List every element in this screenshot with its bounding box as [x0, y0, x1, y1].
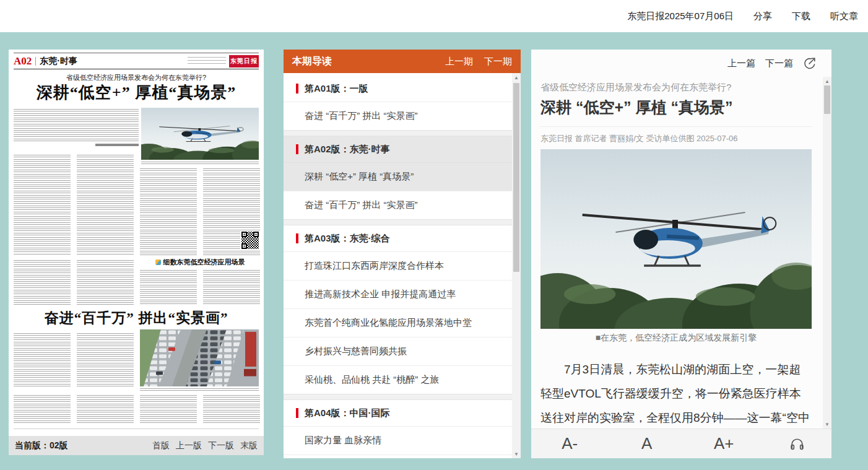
nav-article-link[interactable]: 中国人民抗日战争 纪念馆将恢复开放	[284, 455, 512, 458]
section-divider	[284, 219, 512, 225]
article-photo	[540, 149, 812, 329]
page-meta-lines	[188, 57, 226, 66]
nav-article-link[interactable]: 东莞首个纯商业化氢能应用场景落地中堂	[284, 308, 512, 337]
nav-article-link[interactable]: 推进高新技术企业 申报并提高通过率	[284, 280, 512, 308]
article-kicker: 省级低空经济应用场景发布会为何在东莞举行?	[540, 82, 812, 94]
text-column	[77, 155, 134, 255]
article-photo-caption: ■在东莞，低空经济正成为区域发展新引擎	[540, 333, 812, 344]
scroll-down-arrow-icon[interactable]: ▼	[823, 420, 831, 429]
section-label: 第A01版：一版	[305, 83, 368, 95]
article-scrollbar[interactable]: ▲ ▼	[823, 77, 831, 429]
nav-section: 第A03版：东莞·综合打造珠江口东西两岸深度合作样本推进高新技术企业 申报并提高…	[284, 225, 512, 394]
nav-scrollbar-thumb[interactable]	[513, 83, 519, 272]
article-reader-panel: 上一篇 下一篇 省级低空经济应用场景发布会为何在东莞举行? 深耕 “低空+” 厚…	[531, 50, 831, 458]
section-divider	[284, 130, 512, 136]
header-divider	[35, 57, 36, 66]
listen-article-button[interactable]: 听文章	[830, 11, 858, 22]
section-red-bar	[296, 144, 298, 154]
page-navigation-bar: 当前版：02版 首版 上一版 下一版 末版	[9, 436, 264, 455]
current-page-label: 当前版：02版	[15, 440, 68, 451]
page-nav-links: 首版 上一版 下一版 末版	[152, 440, 258, 451]
nav-article-link[interactable]: 深耕 “低空+” 厚植 “真场景”	[284, 162, 512, 191]
nav-article-link[interactable]: 国家力量 血脉亲情	[284, 426, 512, 455]
text-column	[140, 395, 197, 424]
issue-guide-title: 本期导读	[292, 55, 332, 68]
section-label: 第A04版：中国·国际	[305, 407, 390, 419]
newspaper-page-header: A02 东莞·时事 东莞日报	[14, 53, 259, 69]
font-larger-button[interactable]: A+	[711, 434, 736, 453]
text-column	[77, 395, 134, 424]
article-toolbar: A- A A+	[531, 429, 831, 458]
nav-section: 第A02版：东莞·时事深耕 “低空+” 厚植 “真场景”奋进 “百千万” 拼出 …	[284, 136, 512, 219]
page-section-label: 东莞·时事	[40, 56, 77, 67]
issue-guide-header: 本期导读 上一期 下一期	[284, 50, 521, 73]
issue-guide-list: 第A01版：一版奋进 “百千万” 拼出 “实景画”第A02版：东莞·时事深耕 “…	[284, 73, 512, 458]
page-number-label: A02	[14, 55, 32, 67]
thumb-headline-kicker: 省级低空经济应用场景发布会为何在东莞举行?	[9, 73, 264, 82]
section-label: 第A03版：东莞·综合	[305, 233, 390, 245]
first-page-link[interactable]: 首版	[152, 440, 170, 451]
top-bar: 东莞日报2025年07月06日 分享 下载 听文章	[0, 0, 868, 32]
nav-section-header: 第A03版：东莞·综合	[284, 225, 512, 251]
text-column	[203, 270, 260, 305]
photo-caption-line	[140, 388, 259, 391]
issue-guide-panel: 本期导读 上一期 下一期 第A01版：一版奋进 “百千万” 拼出 “实景画”第A…	[284, 50, 521, 458]
paper-date-label: 东莞日报2025年07月06日	[627, 11, 734, 22]
page-bottom-rule	[14, 429, 259, 429]
prev-article-link[interactable]: 上一篇	[727, 58, 755, 69]
masthead-logo: 东莞日报	[229, 55, 259, 67]
issue-nav-links: 上一期 下一期	[445, 56, 512, 67]
section-label: 第A02版：东莞·时事	[305, 144, 390, 155]
text-column	[14, 260, 71, 305]
photo-caption-line	[141, 162, 259, 164]
text-column	[14, 333, 71, 388]
article-title: 深耕 “低空+” 厚植 “真场景”	[540, 97, 812, 127]
scroll-down-arrow-icon[interactable]: ▼	[512, 450, 521, 458]
headphones-icon[interactable]	[789, 436, 805, 451]
text-column	[140, 168, 197, 255]
article-content: 省级低空经济应用场景发布会为何在东莞举行? 深耕 “低空+” 厚植 “真场景” …	[540, 77, 812, 429]
thumb-headline-second: 奋进“百千万” 拼出“实景画”	[9, 308, 264, 328]
nav-article-link[interactable]: 奋进 “百千万” 拼出 “实景画”	[284, 191, 512, 219]
nav-section-header: 第A02版：东莞·时事	[284, 136, 512, 162]
thumb-headline-main: 深耕“低空+” 厚植“真场景”	[9, 82, 264, 103]
text-column	[14, 155, 71, 255]
scroll-up-arrow-icon[interactable]: ▲	[823, 77, 831, 85]
article-byline: 东莞日报 首席记者 曹丽娟/文 受访单位供图 2025-07-06	[540, 133, 812, 144]
body-byline-line	[14, 144, 139, 146]
article-paragraph: 7月3日清晨，东莞松山湖的湖面上空，一架超轻型eVTOL飞行器缓缓升空，将一份紧…	[540, 357, 812, 429]
nav-article-link[interactable]: 采仙桃、品仙桃 共赴 “桃醉” 之旅	[284, 365, 512, 394]
prev-issue-link[interactable]: 上一期	[445, 56, 473, 67]
article-nav-row: 上一篇 下一篇	[531, 50, 831, 77]
next-article-link[interactable]: 下一篇	[765, 58, 793, 69]
next-issue-link[interactable]: 下一期	[484, 56, 512, 67]
scroll-up-arrow-icon[interactable]: ▲	[512, 73, 521, 82]
nav-article-link[interactable]: 打造珠江口东西两岸深度合作样本	[284, 251, 512, 280]
text-column	[77, 333, 134, 388]
download-button[interactable]: 下载	[792, 11, 810, 22]
share-button[interactable]: 分享	[753, 11, 772, 22]
article-scrollbar-thumb[interactable]	[824, 85, 830, 114]
nav-scrollbar[interactable]: ▲ ▼	[512, 73, 521, 458]
font-smaller-button[interactable]: A-	[557, 434, 582, 453]
nav-section-header: 第A04版：中国·国际	[284, 400, 512, 426]
section-divider	[284, 394, 512, 400]
section-red-bar	[296, 84, 298, 94]
text-column	[140, 270, 197, 305]
last-page-link[interactable]: 末版	[240, 440, 258, 451]
prev-page-link[interactable]: 上一版	[176, 440, 202, 451]
section-red-bar	[296, 408, 298, 418]
open-share-icon[interactable]	[803, 56, 817, 70]
font-normal-button[interactable]: A	[635, 434, 659, 453]
qr-code	[240, 230, 260, 250]
nav-section-header: 第A01版：一版	[284, 76, 512, 102]
subhead-icon	[155, 259, 161, 265]
thumb-subheadline: 细数东莞低空经济应用场景	[140, 258, 260, 267]
nav-article-link[interactable]: 乡村振兴与慈善同频共振	[284, 337, 512, 365]
newspaper-page-panel: A02 东莞·时事 东莞日报 省级低空经济应用场景发布会为何在东莞举行? 深耕“…	[9, 50, 264, 455]
next-page-link[interactable]: 下一版	[208, 440, 234, 451]
nav-article-link[interactable]: 奋进 “百千万” 拼出 “实景画”	[284, 102, 512, 130]
helicopter-photo-thumb	[141, 108, 259, 160]
newspaper-page-thumbnail[interactable]: A02 东莞·时事 东莞日报 省级低空经济应用场景发布会为何在东莞举行? 深耕“…	[9, 50, 264, 436]
body-text-block	[14, 109, 139, 141]
